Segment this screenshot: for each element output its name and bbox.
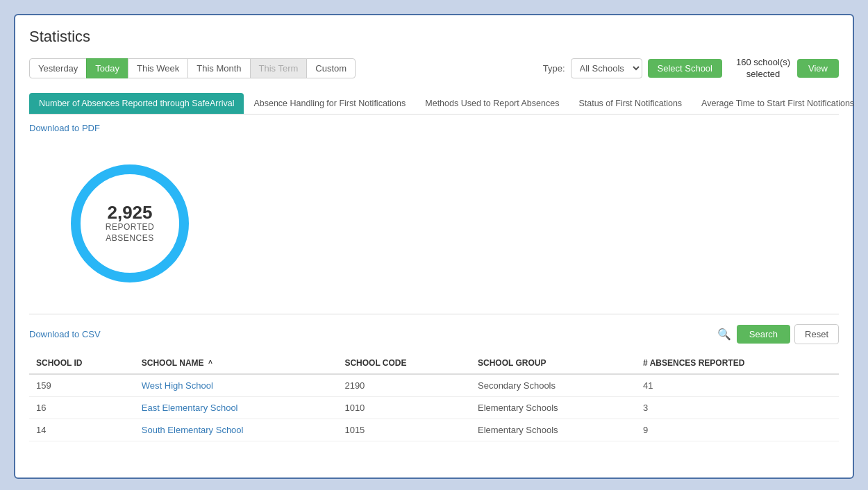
this-term-button: This Term [250,58,308,78]
schools-selected-info: 160 school(s) selected [736,57,790,81]
search-button[interactable]: Search [737,325,790,344]
tabs-bar: Number of Absences Reported through Safe… [29,93,839,115]
table-body: 159 West High School 2190 Secondary Scho… [29,374,839,441]
cell-school-code: 2190 [337,374,471,397]
table-row: 14 South Elementary School 1015 Elementa… [29,419,839,441]
type-select[interactable]: All Schools [571,58,642,78]
download-csv-link[interactable]: Download to CSV [29,329,101,339]
cell-school-name[interactable]: South Elementary School [135,419,338,441]
circle-chart: 2,925 REPORTED ABSENCES [71,164,189,282]
view-button[interactable]: View [797,59,839,78]
cell-school-name[interactable]: East Elementary School [135,396,338,419]
cell-school-code: 1015 [337,419,471,441]
cell-school-id: 14 [29,419,135,441]
tab-absences-reported[interactable]: Number of Absences Reported through Safe… [29,93,244,114]
table-row: 159 West High School 2190 Secondary Scho… [29,374,839,397]
tab-avg-time[interactable]: Average Time to Start First Notification… [692,93,864,114]
this-month-button[interactable]: This Month [187,58,250,78]
this-week-button[interactable]: This Week [128,58,188,78]
yesterday-button[interactable]: Yesterday [29,58,87,78]
sort-arrow: ^ [208,360,212,367]
data-table: SCHOOL ID SCHOOL NAME ^ SCHOOL CODE SCHO… [29,353,839,441]
reset-button[interactable]: Reset [794,324,839,344]
custom-button[interactable]: Custom [306,58,356,78]
cell-school-id: 159 [29,374,135,397]
circle-number: 2,925 [107,203,152,223]
page-title: Statistics [29,28,839,46]
main-container: Statistics Yesterday Today This Week Thi… [14,14,854,479]
col-school-group: SCHOOL GROUP [471,353,636,374]
circle-label2: ABSENCES [106,233,153,244]
circle-label1: REPORTED [106,222,154,233]
cell-absences-reported: 9 [636,419,839,441]
tab-absence-handling[interactable]: Absence Handling for First Notifications [244,93,415,114]
cell-school-id: 16 [29,396,135,419]
cell-school-name[interactable]: West High School [135,374,338,397]
tab-methods-used[interactable]: Methods Used to Report Absences [415,93,569,114]
today-button[interactable]: Today [86,58,128,78]
col-school-code: SCHOOL CODE [337,353,471,374]
tab-status-notifications[interactable]: Status of First Notifications [569,93,692,114]
search-icon: 🔍 [717,328,731,341]
cell-absences-reported: 41 [636,374,839,397]
chart-area: 2,925 REPORTED ABSENCES [29,147,839,300]
divider [29,314,839,314]
type-label: Type: [543,63,565,74]
col-school-name[interactable]: SCHOOL NAME ^ [135,353,338,374]
col-absences-reported: # ABSENCES REPORTED [636,353,839,374]
cell-school-group: Secondary Schools [471,374,636,397]
bottom-bar: Download to CSV 🔍 Search Reset [29,324,839,344]
cell-absences-reported: 3 [636,396,839,419]
col-school-id: SCHOOL ID [29,353,135,374]
table-row: 16 East Elementary School 1010 Elementar… [29,396,839,419]
download-pdf-link[interactable]: Download to PDF [29,123,100,133]
select-school-button[interactable]: Select School [648,59,723,78]
cell-school-code: 1010 [337,396,471,419]
table-header: SCHOOL ID SCHOOL NAME ^ SCHOOL CODE SCHO… [29,353,839,374]
filter-bar: Yesterday Today This Week This Month Thi… [29,57,839,81]
cell-school-group: Elementary Schools [471,396,636,419]
cell-school-group: Elementary Schools [471,419,636,441]
